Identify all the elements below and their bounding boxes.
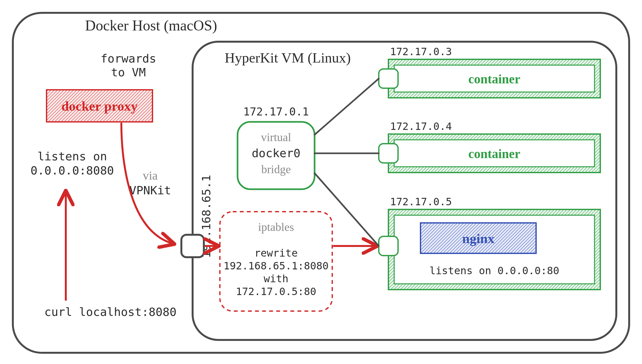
bridge-ip: 172.17.0.1 — [243, 105, 309, 118]
nginx-label: nginx — [462, 231, 494, 246]
host-listens-1: listens on — [38, 150, 107, 163]
container-2-ip: 172.17.0.4 — [390, 120, 452, 132]
nginx-listens: listens on 0.0.0.0:80 — [429, 265, 560, 277]
curl-command: curl localhost:8080 — [44, 305, 177, 318]
bridge-line1: virtual — [261, 131, 291, 144]
container-2-label: container — [468, 147, 520, 161]
diagram-root: Docker Host (macOS) forwards to VM docke… — [0, 0, 642, 364]
container-3-port — [379, 236, 398, 256]
iptables-to: 172.17.0.5:80 — [236, 285, 316, 298]
vm-title: HyperKit VM (Linux) — [225, 50, 351, 66]
link-bridge-c3 — [315, 173, 379, 246]
bridge-line3: bridge — [261, 163, 291, 176]
iptables-with: with — [264, 273, 288, 285]
iptables-title: iptables — [258, 221, 294, 233]
host-listens-2: 0.0.0.0:8080 — [30, 164, 114, 177]
container-1-ip: 172.17.0.3 — [390, 46, 452, 58]
iptables-from: 192.168.65.1:8080 — [223, 260, 329, 272]
via-label-1: via — [143, 169, 158, 182]
bridge-line2: docker0 — [252, 147, 300, 160]
container-1: 172.17.0.3 container — [379, 46, 600, 98]
docker-proxy-label: docker proxy — [61, 99, 138, 114]
container-1-port — [379, 69, 398, 88]
container-2-port — [379, 144, 398, 163]
container-3-ip: 172.17.0.5 — [390, 196, 452, 208]
via-label-2: VPNKit — [129, 184, 171, 197]
iptables-rewrite: rewrite — [255, 247, 298, 259]
docker-proxy-box: docker proxy — [47, 90, 152, 122]
vm-entry-port — [181, 235, 204, 257]
link-bridge-c1 — [315, 79, 379, 135]
host-title: Docker Host (macOS) — [85, 17, 217, 34]
container-1-label: container — [468, 72, 520, 86]
container-nginx: 172.17.0.5 nginx listens on 0.0.0.0:80 — [379, 196, 600, 290]
forwards-label-1: forwards — [100, 52, 156, 65]
forwards-label-2: to VM — [111, 66, 146, 79]
container-2: 172.17.0.4 container — [379, 120, 600, 173]
